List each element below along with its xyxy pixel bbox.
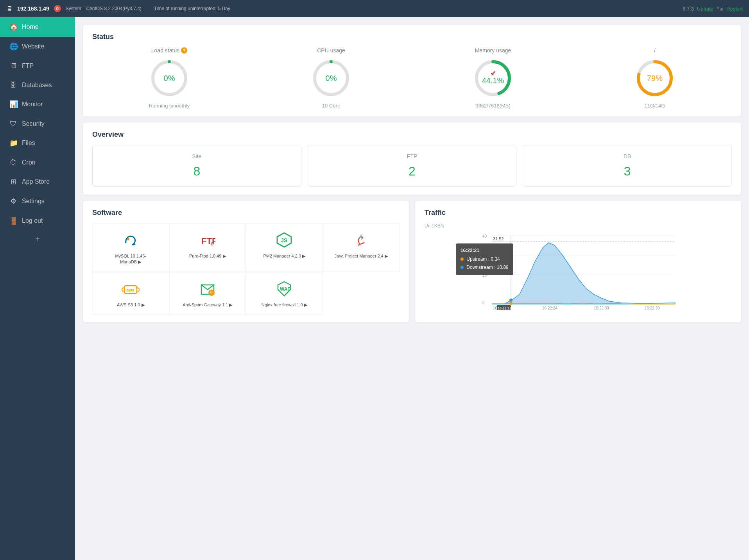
tooltip-upstream: Upstream : 0.34	[461, 255, 509, 264]
software-item-java[interactable]: Java Project Manager 2.4 ▶	[323, 223, 400, 272]
software-item-pm2[interactable]: JS PM2 Manager 4.2.3 ▶	[246, 223, 323, 272]
svg-text:40: 40	[482, 234, 487, 238]
pm2-icon: JS	[274, 230, 294, 250]
svg-text:0: 0	[482, 301, 485, 305]
sidebar-item-home[interactable]: 🏠 Home	[0, 17, 75, 37]
sidebar-label-cron: Cron	[22, 159, 36, 166]
overview-site[interactable]: Site 8	[92, 145, 301, 187]
sidebar-label-settings: Settings	[22, 198, 45, 205]
sidebar-label-logout: Log out	[22, 217, 43, 224]
topbar: 🖥 192.168.1.49 0 System: CentOS 8.2.2004…	[0, 0, 749, 17]
sidebar-item-website[interactable]: 🌐 Website	[0, 37, 75, 56]
topbar-update-button[interactable]: Update	[697, 6, 713, 12]
topbar-system-info: CentOS 8.2.2004(Py3.7.4)	[86, 6, 141, 11]
gauge-load-value: 0%	[164, 74, 175, 83]
ftpd-label: Pure-Ftpd 1.0.49 ▶	[189, 253, 226, 259]
waf-icon: WAF	[274, 279, 294, 299]
sidebar-item-monitor[interactable]: 📊 Monitor	[0, 95, 75, 114]
databases-icon: 🗄	[9, 81, 17, 89]
sidebar-add-button[interactable]: +	[0, 231, 75, 247]
overview-site-label: Site	[100, 153, 293, 159]
aws-label: AWS S3 1.0 ▶	[117, 302, 145, 308]
content-area: Status Load status ? 0% Runn	[75, 17, 749, 560]
software-item-ftpd[interactable]: FTP d Pure-Ftpd 1.0.49 ▶	[169, 223, 246, 272]
gauge-disk-sublabel: 11G/14G	[645, 103, 665, 109]
sidebar-item-cron[interactable]: ⏱ Cron	[0, 153, 75, 172]
sidebar-label-ftp: FTP	[22, 63, 34, 70]
sidebar-item-logout[interactable]: 🚪 Log out	[0, 211, 75, 231]
mysql-label: MySQL 10.1.45-MariaDB ▶	[115, 253, 146, 265]
java-icon	[351, 230, 371, 250]
info-icon[interactable]: ?	[181, 47, 187, 54]
gauge-cpu-label: CPU usage	[317, 47, 345, 54]
gauge-memory: Memory usage 🚀 44.1% 3362/7618(MB)	[471, 47, 514, 109]
waf-label: Nginx free firewall 1.0 ▶	[262, 302, 307, 308]
chart-container: 40 20 10 0 31.52	[425, 232, 732, 310]
svg-text:16:22:24: 16:22:24	[542, 306, 557, 310]
antispam-icon: !	[197, 279, 218, 299]
gauge-load: Load status ? 0% Running smoothly	[148, 47, 191, 109]
topbar-fix-button[interactable]: Fix	[717, 6, 723, 12]
appstore-icon: ⊞	[9, 177, 17, 186]
sidebar-item-settings[interactable]: ⚙ Settings	[0, 191, 75, 211]
overview-db-label: DB	[531, 153, 724, 159]
software-item-mysql[interactable]: MySQL 10.1.45-MariaDB ▶	[92, 223, 169, 272]
ftp-icon: 🖥	[9, 62, 17, 70]
sidebar-item-ftp[interactable]: 🖥 FTP	[0, 56, 75, 75]
software-item-waf[interactable]: WAF Nginx free firewall 1.0 ▶	[246, 272, 323, 315]
aws-icon: aws	[120, 279, 141, 299]
sidebar: 🏠 Home 🌐 Website 🖥 FTP 🗄 Databases 📊 Mon…	[0, 17, 75, 560]
svg-point-37	[509, 302, 512, 305]
overview-ftp[interactable]: FTP 2	[308, 145, 517, 187]
gauge-memory-value: 🚀 44.1%	[482, 71, 504, 85]
sidebar-item-databases[interactable]: 🗄 Databases	[0, 75, 75, 95]
settings-icon: ⚙	[9, 197, 17, 206]
sidebar-label-files: Files	[22, 140, 35, 147]
gauge-load-container: 0%	[148, 57, 191, 100]
software-card: Software MySQL 10.1.45-MariaDB ▶	[83, 201, 409, 322]
sidebar-label-home: Home	[22, 23, 39, 30]
software-item-aws[interactable]: aws AWS S3 1.0 ▶	[92, 272, 169, 315]
traffic-card: Traffic Unit:KB/s 40 20 10 0	[415, 201, 741, 322]
gauge-disk-container: 79%	[633, 57, 676, 100]
sidebar-label-security: Security	[22, 120, 45, 127]
bottom-row: Software MySQL 10.1.45-MariaDB ▶	[83, 201, 741, 322]
logout-icon: 🚪	[9, 216, 17, 225]
svg-text:d: d	[211, 240, 214, 247]
overview-db-value: 3	[531, 164, 724, 179]
ftpd-icon: FTP d	[197, 230, 218, 250]
overview-site-value: 8	[100, 164, 293, 179]
gauge-disk: / 79% 11G/14G	[633, 47, 676, 109]
tooltip-time: 16:22:21	[461, 247, 509, 255]
traffic-unit: Unit:KB/s	[425, 223, 732, 229]
overview-ftp-label: FTP	[316, 153, 509, 159]
java-label: Java Project Manager 2.4 ▶	[335, 253, 388, 259]
topbar-uptime: Time of running uninterrupted: 5 Day	[154, 6, 230, 11]
overview-db[interactable]: DB 3	[523, 145, 732, 187]
website-icon: 🌐	[9, 42, 17, 51]
gauge-disk-label: /	[654, 47, 656, 54]
topbar-system-label: System: CentOS 8.2.2004(Py3.7.4)	[66, 6, 142, 11]
topbar-restart-button[interactable]: Restart	[726, 6, 743, 12]
cron-icon: ⏱	[9, 158, 17, 166]
gauge-cpu-value: 0%	[326, 74, 337, 83]
gauge-cpu-container: 0%	[310, 57, 353, 100]
sidebar-item-appstore[interactable]: ⊞ App Store	[0, 172, 75, 191]
status-title: Status	[92, 33, 732, 41]
sidebar-label-databases: Databases	[22, 82, 52, 89]
main-layout: 🏠 Home 🌐 Website 🖥 FTP 🗄 Databases 📊 Mon…	[0, 17, 749, 560]
svg-text:WAF: WAF	[280, 286, 290, 292]
overview-card: Overview Site 8 FTP 2 DB 3	[83, 123, 741, 195]
overview-row: Site 8 FTP 2 DB 3	[92, 145, 732, 187]
svg-text:16:22:39: 16:22:39	[645, 306, 660, 310]
topbar-ip: 192.168.1.49	[17, 5, 49, 12]
monitor-nav-icon: 📊	[9, 100, 17, 109]
svg-point-8	[127, 238, 129, 240]
gauge-disk-value: 79%	[647, 74, 663, 83]
svg-text:31.52: 31.52	[493, 236, 504, 241]
sidebar-item-security[interactable]: 🛡 Security	[0, 114, 75, 133]
antispam-label: Anti-Spam Gateway 1.1 ▶	[183, 302, 232, 308]
software-item-antispam[interactable]: ! Anti-Spam Gateway 1.1 ▶	[169, 272, 246, 315]
software-title: Software	[92, 209, 400, 217]
sidebar-item-files[interactable]: 📁 Files	[0, 133, 75, 153]
